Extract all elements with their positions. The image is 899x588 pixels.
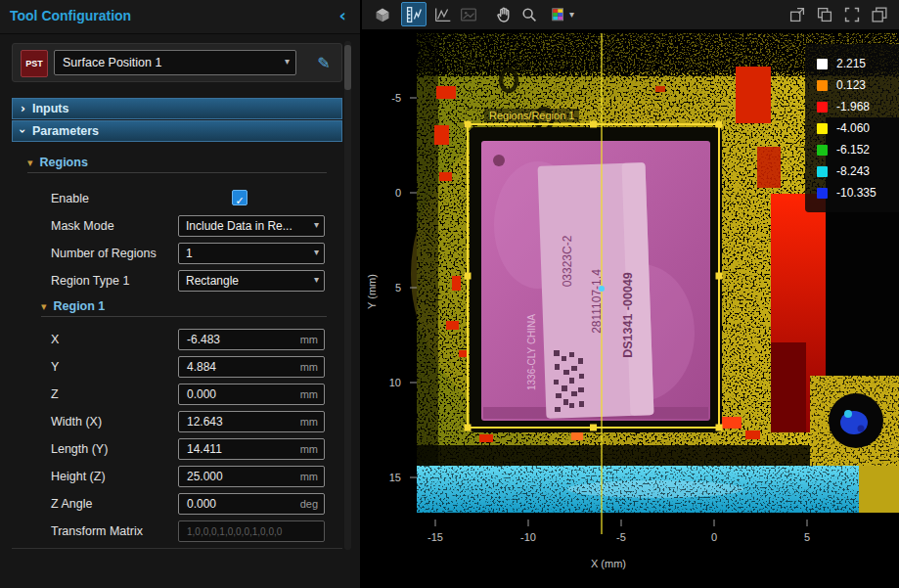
- legend-color-swatch: [817, 80, 828, 91]
- magnifier-icon: [518, 4, 540, 25]
- profile-view-button[interactable]: [430, 2, 456, 26]
- region-length-value: 14.411: [187, 442, 222, 456]
- region-zangle-unit: deg: [300, 498, 318, 510]
- region-handle[interactable]: [716, 273, 723, 280]
- viewer-toolbar: ▾: [362, 0, 899, 30]
- pan-tool-button[interactable]: [491, 2, 517, 26]
- legend-color-swatch: [817, 102, 828, 113]
- triangle-down-icon: ▾: [41, 300, 47, 313]
- pencil-icon: ✎: [317, 54, 330, 72]
- region-y-input[interactable]: 4.884 mm: [178, 356, 325, 378]
- region-length-input[interactable]: 14.411 mm: [178, 438, 325, 460]
- chevron-down-icon: ›: [13, 129, 32, 134]
- region-handle[interactable]: [465, 121, 472, 128]
- regions-group-title: Regions: [40, 156, 88, 169]
- x-tick: 0: [699, 531, 729, 543]
- region-type-select[interactable]: Rectangle ▾: [178, 270, 325, 292]
- region-width-value: 12.643: [187, 415, 223, 429]
- region-length-label: Length (Y): [51, 442, 108, 456]
- x-tick: -5: [607, 531, 636, 543]
- transform-matrix-value: 1,0,0,0,1,0,0,0,1,0,0,0: [187, 526, 282, 537]
- x-axis-label: X (mm): [579, 558, 638, 569]
- number-of-regions-select[interactable]: 1 ▾: [178, 243, 325, 264]
- enable-row: Enable ✓: [0, 188, 360, 211]
- region-z-input[interactable]: 0.000 mm: [178, 384, 325, 405]
- detach-view-button[interactable]: [785, 2, 810, 26]
- transform-matrix-label: Transform Matrix: [51, 524, 143, 538]
- region1-group-header[interactable]: ▾Region 1: [41, 296, 327, 317]
- viewer-viewport[interactable]: 1336-CLY CHINA 03323C-2 2811107-1.4 DS13…: [362, 29, 899, 588]
- mask-mode-select[interactable]: Include Data in Re... ▾: [178, 215, 325, 237]
- region-length-row: Length (Y) 14.411 mm: [0, 438, 360, 462]
- color-palette-button[interactable]: ▾: [544, 2, 579, 26]
- region-handle[interactable]: [590, 425, 597, 431]
- region-z-unit: mm: [300, 388, 318, 400]
- chip-marking: DS1341 -00049: [621, 272, 635, 358]
- region1-group-title: Region 1: [54, 299, 106, 313]
- chevron-down-icon: ▾: [285, 56, 290, 67]
- region-height-input[interactable]: 25.000 mm: [178, 466, 325, 487]
- legend-color-swatch: [817, 188, 828, 199]
- scrollbar-thumb[interactable]: [344, 45, 351, 90]
- region-handle[interactable]: [465, 425, 472, 431]
- region-zangle-input[interactable]: 0.000 deg: [178, 493, 325, 515]
- tool-select[interactable]: Surface Position 1 ▾: [54, 50, 296, 75]
- region-height-label: Height (Z): [51, 470, 106, 483]
- fit-view-icon: [841, 4, 863, 25]
- region-length-unit: mm: [300, 443, 318, 455]
- region-x-input[interactable]: -6.483 mm: [178, 329, 325, 350]
- region-center-marker: [599, 286, 605, 292]
- duplicate-view-button[interactable]: [812, 2, 837, 26]
- section-parameters[interactable]: ›Parameters: [12, 120, 342, 142]
- mask-mode-value: Include Data in Re...: [186, 219, 292, 233]
- region-y-row: Y 4.884 mm: [0, 356, 360, 380]
- region-zangle-row: Z Angle 0.000 deg: [0, 493, 360, 517]
- region-handle[interactable]: [716, 425, 723, 431]
- region-type-label: Region Type 1: [51, 274, 129, 288]
- bottom-band: [417, 466, 899, 513]
- fit-view-button[interactable]: [839, 2, 865, 26]
- number-of-regions-label: Number of Regions: [51, 247, 157, 260]
- legend-color-swatch: [817, 166, 828, 177]
- chip: 1336-CLY CHINA 03323C-2 2811107-1.4 DS13…: [470, 127, 722, 432]
- transform-matrix-input: 1,0,0,0,1,0,0,0,1,0,0,0: [178, 520, 325, 542]
- legend-row: 2.215: [817, 53, 893, 74]
- regions-group-header[interactable]: ▾Regions: [27, 153, 327, 173]
- section-inputs[interactable]: ›Inputs: [12, 98, 342, 119]
- region-width-input[interactable]: 12.643 mm: [178, 411, 325, 432]
- section-parameters-label: Parameters: [32, 124, 99, 138]
- panel-header: Tool Configuration ‹: [0, 0, 360, 34]
- legend-color-swatch: [817, 59, 828, 69]
- legend-row: -8.243: [817, 160, 893, 182]
- heightmap-view-button[interactable]: [401, 2, 427, 26]
- bottom-right-patch: [810, 376, 899, 479]
- region-handle[interactable]: [590, 121, 597, 128]
- region-handle[interactable]: [716, 121, 723, 128]
- region-handle[interactable]: [465, 273, 472, 280]
- cube-3d-icon: [372, 4, 393, 25]
- x-tick: -15: [421, 531, 450, 543]
- chip-marking: 03323C-2: [561, 235, 574, 287]
- edit-tool-button[interactable]: ✎: [311, 50, 337, 75]
- zoom-tool-button[interactable]: [517, 2, 542, 26]
- legend-row: -6.152: [817, 139, 893, 160]
- region-zangle-label: Z Angle: [51, 497, 92, 511]
- page-title: Tool Configuration: [10, 8, 131, 23]
- divider: [12, 548, 342, 549]
- image-icon: [458, 4, 479, 25]
- tool-select-value: Surface Position 1: [63, 56, 161, 69]
- scrollbar-track[interactable]: [344, 41, 351, 550]
- region-width-row: Width (X) 12.643 mm: [0, 411, 360, 434]
- surface-3d-view-button[interactable]: [370, 2, 395, 26]
- legend-row: -10.335: [817, 182, 893, 204]
- checkmark-icon: ✓: [235, 195, 244, 207]
- y-tick: 5: [368, 282, 401, 294]
- enable-checkbox[interactable]: ✓: [232, 190, 247, 205]
- triangle-down-icon: ▾: [27, 157, 33, 169]
- cascade-views-button[interactable]: [867, 2, 892, 26]
- cascade-views-icon: [869, 4, 890, 25]
- tool-type-badge: PST: [21, 50, 48, 77]
- collapse-panel-icon[interactable]: ‹: [339, 5, 346, 25]
- tool-configuration-panel: Tool Configuration ‹ PST Surface Positio…: [0, 0, 360, 588]
- intensity-view-button[interactable]: [456, 2, 481, 26]
